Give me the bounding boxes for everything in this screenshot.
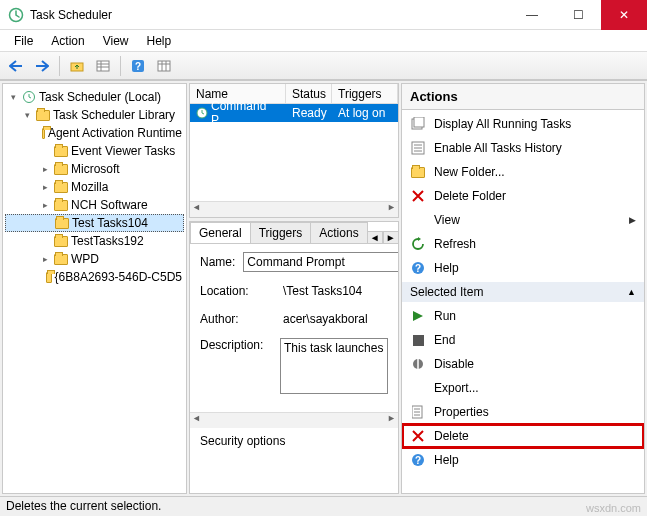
action-label: Properties — [434, 405, 489, 419]
action-delete-folder[interactable]: Delete Folder — [402, 184, 644, 208]
folder-icon — [410, 164, 426, 180]
expander-icon[interactable]: ▾ — [21, 110, 33, 120]
menu-action[interactable]: Action — [43, 32, 92, 50]
tree-library[interactable]: ▾ Task Scheduler Library — [5, 106, 184, 124]
clock-icon — [22, 90, 36, 104]
folder-icon — [54, 254, 68, 265]
value-author: acer\sayakboral — [280, 310, 388, 328]
navigation-tree[interactable]: ▾ Task Scheduler (Local) ▾ Task Schedule… — [2, 83, 187, 494]
help-icon: ? — [410, 260, 426, 276]
tree-item-label: Event Viewer Tasks — [71, 144, 175, 158]
tree-item[interactable]: ▸Mozilla — [5, 178, 184, 196]
security-options-label: Security options — [190, 428, 398, 454]
forward-button[interactable] — [30, 55, 54, 77]
tree-root[interactable]: ▾ Task Scheduler (Local) — [5, 88, 184, 106]
task-triggers: At log on — [332, 106, 398, 120]
action-run[interactable]: Run — [402, 304, 644, 328]
task-list-pane: Name Status Triggers Command P... Ready … — [189, 83, 399, 218]
action-help[interactable]: ? Help — [402, 256, 644, 280]
input-description[interactable] — [280, 338, 388, 394]
expander-icon[interactable]: ▸ — [39, 200, 51, 210]
properties-toolbar-button[interactable] — [152, 55, 176, 77]
back-button[interactable] — [4, 55, 28, 77]
delete-icon — [410, 188, 426, 204]
table-view-button[interactable] — [91, 55, 115, 77]
tree-item[interactable]: ▸NCH Software — [5, 196, 184, 214]
tree-item-label: Test Tasks104 — [72, 216, 148, 230]
action-label: Help — [434, 261, 459, 275]
actions-header: Actions — [402, 84, 644, 110]
svg-text:?: ? — [135, 61, 141, 72]
col-triggers[interactable]: Triggers — [332, 84, 398, 103]
menu-help[interactable]: Help — [139, 32, 180, 50]
toolbar: ? — [0, 52, 647, 80]
col-status[interactable]: Status — [286, 84, 332, 103]
folder-icon — [36, 110, 50, 121]
actions-group-folder: Display All Running Tasks Enable All Tas… — [402, 110, 644, 282]
actions-group-selected: Run End Disable Export... Properties Del… — [402, 302, 644, 474]
actions-pane: Actions Display All Running Tasks Enable… — [401, 83, 645, 494]
action-disable[interactable]: Disable — [402, 352, 644, 376]
tree-item[interactable]: TestTasks192 — [5, 232, 184, 250]
expander-icon[interactable]: ▾ — [7, 92, 19, 102]
input-name[interactable] — [243, 252, 399, 272]
tree-item[interactable]: ▸Microsoft — [5, 160, 184, 178]
toolbar-separator — [120, 56, 121, 76]
expander-icon[interactable]: ▸ — [39, 254, 51, 264]
folder-icon — [54, 236, 68, 247]
action-enable-history[interactable]: Enable All Tasks History — [402, 136, 644, 160]
delete-icon — [410, 428, 426, 444]
up-folder-button[interactable] — [65, 55, 89, 77]
tree-item-label: {6B8A2693-546D-C5D5 — [55, 270, 182, 284]
tab-general[interactable]: General — [190, 222, 251, 243]
close-button[interactable]: ✕ — [601, 0, 647, 30]
action-help[interactable]: ? Help — [402, 448, 644, 472]
collapse-icon[interactable]: ▲ — [627, 287, 636, 297]
status-bar: Deletes the current selection. — [0, 496, 647, 516]
tree-item-label: NCH Software — [71, 198, 148, 212]
tree-item[interactable]: ▸WPD — [5, 250, 184, 268]
folder-icon — [54, 200, 68, 211]
app-icon — [8, 7, 24, 23]
action-refresh[interactable]: Refresh — [402, 232, 644, 256]
menu-file[interactable]: File — [6, 32, 41, 50]
tab-actions[interactable]: Actions — [310, 222, 367, 243]
minimize-button[interactable]: — — [509, 0, 555, 30]
expander-icon[interactable]: ▸ — [39, 164, 51, 174]
svg-rect-2 — [97, 61, 109, 71]
tree-item-selected[interactable]: Test Tasks104 — [5, 214, 184, 232]
tree-item[interactable]: Event Viewer Tasks — [5, 142, 184, 160]
help-toolbar-button[interactable]: ? — [126, 55, 150, 77]
action-view[interactable]: View ▶ — [402, 208, 644, 232]
horizontal-scrollbar[interactable] — [190, 201, 398, 217]
action-delete[interactable]: Delete — [402, 424, 644, 448]
action-label: Disable — [434, 357, 474, 371]
action-properties[interactable]: Properties — [402, 400, 644, 424]
properties-icon — [410, 404, 426, 420]
maximize-button[interactable]: ☐ — [555, 0, 601, 30]
selected-item-header[interactable]: Selected Item ▲ — [402, 282, 644, 302]
expander-icon[interactable]: ▸ — [39, 182, 51, 192]
tree-item[interactable]: Agent Activation Runtime — [5, 124, 184, 142]
action-new-folder[interactable]: New Folder... — [402, 160, 644, 184]
tree-item[interactable]: {6B8A2693-546D-C5D5 — [5, 268, 184, 286]
tab-triggers[interactable]: Triggers — [250, 222, 312, 243]
action-end[interactable]: End — [402, 328, 644, 352]
action-label: Help — [434, 453, 459, 467]
folder-icon — [42, 128, 44, 139]
label-author: Author: — [200, 312, 272, 326]
horizontal-scrollbar[interactable] — [190, 412, 398, 428]
action-export[interactable]: Export... — [402, 376, 644, 400]
action-display-running[interactable]: Display All Running Tasks — [402, 112, 644, 136]
folder-icon — [54, 146, 68, 157]
list-body[interactable]: Command P... Ready At log on — [190, 104, 398, 201]
watermark: wsxdn.com — [586, 502, 641, 514]
value-location: \Test Tasks104 — [280, 282, 388, 300]
tree-root-label: Task Scheduler (Local) — [39, 90, 161, 104]
stop-icon — [410, 332, 426, 348]
tab-scroll[interactable]: ◄► — [367, 231, 399, 243]
action-label: Export... — [434, 381, 479, 395]
menu-view[interactable]: View — [95, 32, 137, 50]
menu-bar: File Action View Help — [0, 30, 647, 52]
task-row[interactable]: Command P... Ready At log on — [190, 104, 398, 122]
